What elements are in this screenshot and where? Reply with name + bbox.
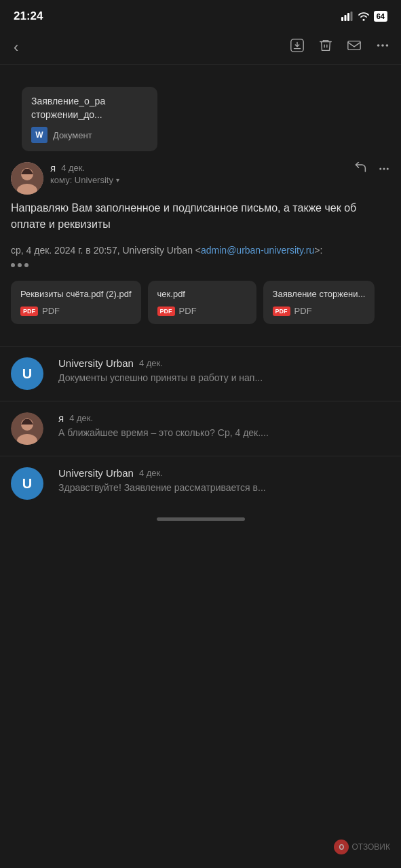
pdf-label-1: PDF: [179, 306, 197, 316]
pdf-badge-1: PDF: [157, 307, 175, 316]
thread-list: U University Urban 4 дек. Документы успе…: [0, 346, 401, 511]
thread-date-2: 4 дек.: [139, 468, 163, 478]
email-to-label: кому: University: [50, 175, 113, 185]
chevron-down-icon[interactable]: ▾: [116, 176, 119, 184]
email-more-button[interactable]: [378, 163, 390, 178]
email-body: Направляю Вам заполненное и подписанное …: [11, 200, 390, 273]
thread-preview-0: Документы успешно приняты в работу и нап…: [58, 372, 390, 385]
avatar-image: [11, 162, 43, 195]
svg-rect-3: [350, 12, 352, 21]
email-item: я 4 дек. кому: University ▾: [11, 162, 390, 330]
thread-sender-row-0: University Urban 4 дек.: [58, 357, 390, 369]
mail-button[interactable]: [347, 38, 362, 56]
attachment-name-0: Реквизиты счёта.pdf (2).pdf: [20, 289, 132, 300]
svg-point-7: [381, 44, 384, 47]
thread-sender-1: я: [58, 412, 64, 424]
email-sender-row: я 4 дек.: [50, 162, 354, 174]
top-attachment-card[interactable]: Заявление_о_ра сторжении_до... W Докумен…: [22, 87, 157, 151]
top-attachment-filename: Заявление_о_ра сторжении_до...: [31, 95, 148, 121]
thread-sender-0: University Urban: [58, 357, 134, 369]
svg-point-13: [383, 167, 385, 170]
svg-point-12: [379, 167, 381, 170]
attachment-name-1: чек.pdf: [157, 289, 247, 300]
thread-sender-2: University Urban: [58, 467, 134, 479]
wifi-icon: [358, 12, 370, 21]
attachments-row: Реквизиты счёта.pdf (2).pdf PDF PDF чек.…: [11, 281, 390, 324]
thread-avatar-0: U: [11, 357, 43, 390]
svg-rect-1: [344, 15, 346, 21]
home-indicator: [0, 511, 401, 526]
svg-point-8: [386, 44, 389, 47]
email-header: я 4 дек. кому: University ▾: [11, 162, 390, 195]
thread-sender-row-1: я 4 дек.: [58, 412, 390, 424]
thread-content-1: я 4 дек. А ближайшее время – это сколько…: [58, 412, 390, 440]
email-sender: я: [50, 162, 56, 174]
pdf-badge-2: PDF: [273, 307, 290, 316]
email-body-main: Направляю Вам заполненное и подписанное …: [11, 200, 390, 233]
more-button[interactable]: [375, 38, 390, 56]
email-actions: [354, 162, 390, 178]
status-bar: 21:24 64: [0, 0, 401, 30]
toolbar: ‹: [0, 30, 401, 65]
back-button[interactable]: ‹: [11, 33, 26, 62]
watermark-logo: О: [334, 840, 349, 854]
sender-avatar: [11, 162, 43, 195]
email-thread: я 4 дек. кому: University ▾: [0, 157, 401, 330]
thread-item-2[interactable]: U University Urban 4 дек. Здравствуйте! …: [0, 456, 401, 511]
dot1: [11, 263, 15, 267]
thread-date-0: 4 дек.: [139, 358, 163, 368]
pdf-label-2: PDF: [294, 306, 312, 316]
delete-button[interactable]: [318, 38, 333, 56]
dots-row: [11, 263, 390, 267]
status-icons: 64: [341, 11, 387, 22]
pdf-label-0: PDF: [42, 306, 60, 316]
svg-point-6: [377, 44, 380, 47]
watermark: О ОТЗОВИК: [334, 840, 390, 854]
thread-sender-row-2: University Urban 4 дек.: [58, 467, 390, 479]
svg-point-14: [387, 167, 389, 170]
email-meta: я 4 дек. кому: University ▾: [50, 162, 354, 185]
signal-icon: [341, 12, 354, 21]
attachment-item-2[interactable]: Заявление сторжени... PDF PDF: [263, 281, 375, 324]
top-attachment-type-row: W Документ: [31, 127, 148, 143]
attachment-type-row-0: PDF PDF: [20, 306, 132, 316]
download-button[interactable]: [290, 38, 305, 56]
email-quoted: ср, 4 дек. 2024 г. в 20:57, University U…: [11, 243, 390, 258]
thread-item-1[interactable]: я 4 дек. А ближайшее время – это сколько…: [0, 401, 401, 456]
email-date: 4 дек.: [61, 163, 85, 173]
top-attachment-label: Документ: [53, 130, 92, 140]
thread-item-0[interactable]: U University Urban 4 дек. Документы успе…: [0, 346, 401, 401]
attachment-type-row-2: PDF PDF: [273, 306, 366, 316]
svg-rect-0: [341, 17, 343, 21]
thread-avatar-2: U: [11, 467, 43, 500]
dot3: [24, 263, 28, 267]
thread-date-1: 4 дек.: [69, 413, 93, 423]
attachment-type-row-1: PDF PDF: [157, 306, 247, 316]
svg-rect-2: [347, 13, 349, 21]
attachment-item-1[interactable]: чек.pdf PDF PDF: [148, 281, 256, 324]
battery-level: 64: [374, 11, 387, 22]
watermark-text: ОТЗОВИК: [351, 842, 390, 852]
status-time: 21:24: [14, 9, 43, 23]
thread-content-2: University Urban 4 дек. Здравствуйте! За…: [58, 467, 390, 495]
reply-button[interactable]: [354, 162, 367, 178]
thread-preview-1: А ближайшее время – это сколько? Ср, 4 д…: [58, 427, 390, 440]
toolbar-actions: [290, 38, 390, 56]
thread-avatar-1: [11, 412, 43, 445]
attachment-item-0[interactable]: Реквизиты счёта.pdf (2).pdf PDF PDF: [11, 281, 141, 324]
word-icon: W: [31, 127, 47, 143]
svg-rect-5: [348, 41, 360, 50]
home-bar: [157, 517, 245, 521]
pdf-badge-0: PDF: [20, 307, 38, 316]
dot2: [18, 263, 22, 267]
email-to-row: кому: University ▾: [50, 175, 354, 185]
content: Заявление_о_ра сторжении_до... W Докумен…: [0, 76, 401, 511]
thread-content-0: University Urban 4 дек. Документы успешн…: [58, 357, 390, 385]
attachment-name-2: Заявление сторжени...: [273, 289, 366, 300]
email-link[interactable]: admin@urban-university.ru: [201, 245, 314, 256]
thread-preview-2: Здравствуйте! Заявление рассматривается …: [58, 481, 390, 495]
